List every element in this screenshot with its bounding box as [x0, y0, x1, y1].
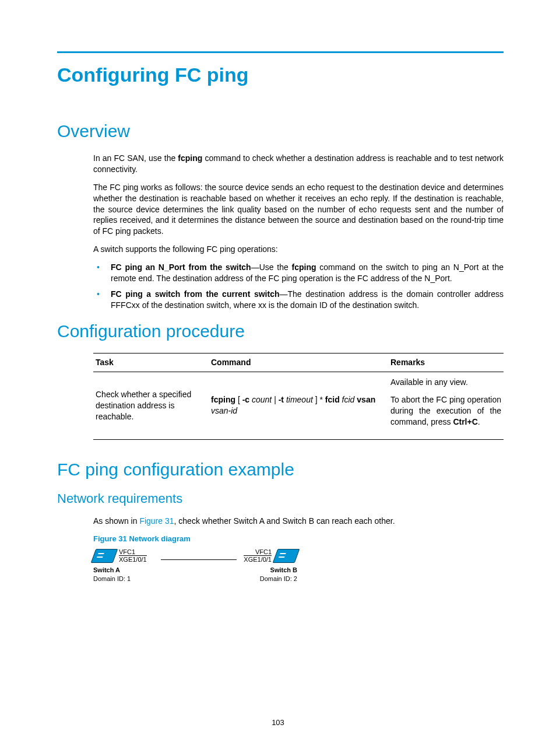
th-remarks: Remarks	[388, 353, 504, 372]
switch-icon	[91, 549, 118, 563]
overview-bullets: FC ping an N_Port from the switch—Use th…	[93, 262, 504, 311]
fcping-cmd: fcping	[292, 262, 316, 272]
vfc-label: VFC1	[255, 549, 272, 556]
td-remarks: Available in any view. To abort the FC p…	[388, 372, 504, 440]
text: ] *	[313, 395, 325, 404]
cmd-arg: fcid	[340, 395, 357, 404]
cmd-kw: -t	[279, 395, 284, 404]
figure-link[interactable]: Figure 31	[139, 516, 174, 526]
cmd-kw: -c	[242, 395, 249, 404]
cmd-kw: vsan	[357, 395, 375, 404]
xge-label: XGE1/0/1	[119, 555, 147, 564]
config-heading: Configuration procedure	[57, 321, 504, 341]
overview-heading: Overview	[57, 121, 504, 141]
example-p: As shown in Figure 31, check whether Swi…	[93, 516, 504, 527]
td-task: Check whether a specified destination ad…	[93, 372, 209, 440]
bullet-2: FC ping a switch from the current switch…	[93, 289, 504, 311]
cmd-kw: fcping	[211, 395, 235, 404]
switch-b-node: VFC1 XGE1/0/1 Switch B Domain ID: 2	[227, 549, 297, 583]
network-req-heading: Network requirements	[57, 491, 504, 506]
fcping-cmd: fcping	[178, 153, 202, 163]
config-body: Task Command Remarks Check whether a spe…	[93, 353, 504, 440]
example-heading: FC ping configuration example	[57, 460, 504, 480]
bullet-1: FC ping an N_Port from the switch—Use th…	[93, 262, 504, 284]
xge-label: XGE1/0/1	[244, 555, 272, 564]
overview-p2: The FC ping works as follows: the source…	[93, 182, 504, 237]
text: , check whether Switch A and Switch B ca…	[174, 516, 395, 526]
overview-p3: A switch supports the following FC ping …	[93, 244, 504, 255]
cmd-kw: fcid	[325, 395, 340, 404]
page-title: Configuring FC ping	[57, 64, 504, 86]
network-diagram: VFC1 XGE1/0/1 Switch A Domain ID: 1 VFC1…	[93, 549, 504, 583]
ctrl-c: Ctrl+C	[453, 417, 477, 426]
table-row: Check whether a specified destination ad…	[93, 372, 504, 440]
overview-body: In an FC SAN, use the fcping command to …	[93, 153, 504, 311]
text: As shown in	[93, 516, 139, 526]
bullet-strong: FC ping a switch from the current switch	[111, 289, 279, 299]
domain-id: Domain ID: 2	[227, 575, 297, 583]
th-task: Task	[93, 353, 209, 372]
text: In an FC SAN, use the	[93, 153, 178, 163]
text: To abort the FC ping operation during th…	[390, 395, 501, 426]
diagram-link-line	[161, 559, 237, 560]
text: [	[235, 395, 242, 404]
top-rule	[57, 51, 504, 53]
bullet-strong: FC ping an N_Port from the switch	[111, 262, 251, 272]
vfc-label: VFC1	[119, 549, 135, 556]
text: .	[478, 417, 480, 426]
overview-p1: In an FC SAN, use the fcping command to …	[93, 153, 504, 175]
cmd-arg: count	[249, 395, 272, 404]
switch-name: Switch A	[93, 566, 163, 575]
remarks-1: Available in any view.	[390, 377, 501, 388]
cmd-arg: timeout	[284, 395, 313, 404]
config-table: Task Command Remarks Check whether a spe…	[93, 353, 504, 440]
th-command: Command	[209, 353, 388, 372]
text: —Use the	[251, 262, 292, 272]
switch-a-node: VFC1 XGE1/0/1 Switch A Domain ID: 1	[93, 549, 163, 583]
switch-name: Switch B	[227, 566, 297, 575]
td-command: fcping [ -c count | -t timeout ] * fcid …	[209, 372, 388, 440]
switch-icon	[273, 549, 300, 563]
remarks-2: To abort the FC ping operation during th…	[390, 394, 501, 428]
figure-caption: Figure 31 Network diagram	[93, 534, 504, 544]
page-number: 103	[0, 718, 556, 727]
text: |	[272, 395, 278, 404]
domain-id: Domain ID: 1	[93, 575, 163, 583]
cmd-arg: vsan-id	[211, 406, 237, 415]
example-body: As shown in Figure 31, check whether Swi…	[93, 516, 504, 583]
